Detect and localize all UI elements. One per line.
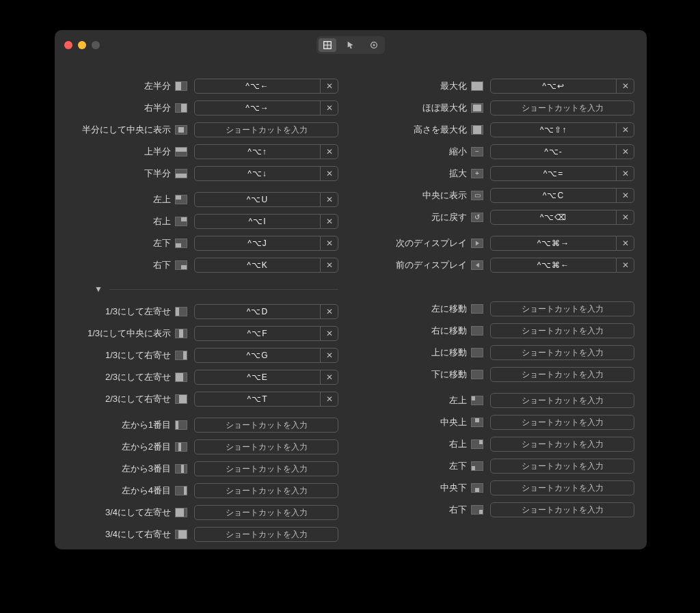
shortcut-recorder[interactable]: ショートカットを入力 <box>490 480 634 495</box>
disclosure-triangle-icon[interactable]: ▼ <box>67 284 103 294</box>
tab-shortcuts[interactable] <box>319 38 336 52</box>
shortcut-recorder[interactable]: ショートカットを入力 <box>490 100 634 115</box>
g-prev-icon <box>471 260 483 270</box>
clear-shortcut-button[interactable]: ✕ <box>320 79 338 93</box>
clear-shortcut-button[interactable]: ✕ <box>320 236 338 250</box>
action-label: 下半分 <box>144 167 171 180</box>
shortcut-recorder[interactable]: ^⌥F✕ <box>194 326 338 341</box>
shortcut-value: ^⌥G <box>195 351 320 360</box>
shortcut-recorder[interactable]: ^⌥E✕ <box>194 370 338 385</box>
clear-shortcut-button[interactable]: ✕ <box>616 167 634 180</box>
row-label-area: 半分にして中央に表示 <box>67 124 187 136</box>
row-label-area: 中央上 <box>363 416 483 428</box>
clear-shortcut-button[interactable]: ✕ <box>320 167 338 180</box>
shortcut-group: 左から1番目ショートカットを入力左から2番目ショートカットを入力左から3番目ショ… <box>67 417 338 543</box>
shortcut-recorder[interactable]: ^⌥J✕ <box>194 236 338 251</box>
shortcut-recorder[interactable]: ショートカットを入力 <box>490 437 634 452</box>
clear-shortcut-button[interactable]: ✕ <box>616 145 634 159</box>
minimize-window-button[interactable] <box>78 41 86 49</box>
clear-shortcut-button[interactable]: ✕ <box>616 123 634 137</box>
shortcut-recorder[interactable]: ショートカットを入力 <box>194 461 338 476</box>
action-label: 高さを最大化 <box>414 124 467 136</box>
shortcut-recorder[interactable]: ショートカットを入力 <box>194 527 338 542</box>
shortcut-recorder[interactable]: ショートカットを入力 <box>194 122 338 137</box>
shortcut-recorder[interactable]: ^⌥G✕ <box>194 348 338 363</box>
shortcut-recorder[interactable]: ショートカットを入力 <box>490 323 634 338</box>
shortcut-value: ^⌥= <box>491 169 616 178</box>
zoom-window-button[interactable] <box>92 41 100 49</box>
shortcut-recorder[interactable]: ^⌥⇧↑✕ <box>490 122 634 137</box>
clear-shortcut-button[interactable]: ✕ <box>320 101 338 115</box>
shortcut-recorder[interactable]: ショートカットを入力 <box>194 439 338 454</box>
clear-shortcut-button[interactable]: ✕ <box>616 189 634 202</box>
shortcut-recorder[interactable]: ショートカットを入力 <box>490 415 634 430</box>
shortcut-recorder[interactable]: ショートカットを入力 <box>490 301 634 316</box>
clear-shortcut-button[interactable]: ✕ <box>320 370 338 384</box>
shortcut-recorder[interactable]: ショートカットを入力 <box>490 393 634 408</box>
clear-shortcut-button[interactable]: ✕ <box>320 349 338 362</box>
clear-shortcut-button[interactable]: ✕ <box>320 193 338 206</box>
row-label-area: 右半分 <box>67 102 187 114</box>
g-br-icon <box>175 260 187 270</box>
row-label-area: 左から4番目 <box>67 485 187 497</box>
row-label-area: ほぼ最大化 <box>363 102 483 114</box>
clear-shortcut-button[interactable]: ✕ <box>320 305 338 318</box>
shortcut-recorder[interactable]: ^⌥D✕ <box>194 304 338 319</box>
clear-shortcut-button[interactable]: ✕ <box>616 236 634 250</box>
shortcut-recorder[interactable]: ショートカットを入力 <box>194 483 338 498</box>
shortcut-recorder[interactable]: ^⌥T✕ <box>194 392 338 407</box>
clear-shortcut-button[interactable]: ✕ <box>320 145 338 159</box>
shortcut-row: 左から1番目ショートカットを入力 <box>67 417 338 433</box>
clear-shortcut-button[interactable]: ✕ <box>616 258 634 272</box>
clear-shortcut-button[interactable]: ✕ <box>320 258 338 272</box>
shortcut-recorder[interactable]: ショートカットを入力 <box>490 367 634 382</box>
row-label-area: 2/3にして右寄せ <box>67 393 187 405</box>
shortcut-field: ^⌥←✕ <box>194 79 338 94</box>
shortcut-recorder[interactable]: ショートカットを入力 <box>490 345 634 360</box>
shortcut-recorder[interactable]: ^⌥↩✕ <box>490 79 634 94</box>
shortcut-recorder[interactable]: ^⌥↓✕ <box>194 166 338 181</box>
shortcut-recorder[interactable]: ^⌥-✕ <box>490 144 634 159</box>
shortcut-recorder[interactable]: ^⌥→✕ <box>194 100 338 115</box>
shortcut-recorder[interactable]: ^⌥U✕ <box>194 192 338 207</box>
shortcut-recorder[interactable]: ショートカットを入力 <box>490 502 634 517</box>
shortcut-row: 左下^⌥J✕ <box>67 235 338 251</box>
tab-snapping[interactable] <box>342 38 360 52</box>
shortcut-recorder[interactable]: ^⌥⌫✕ <box>490 210 634 225</box>
action-label: 左上 <box>153 193 171 206</box>
shortcut-value: ^⌥↑ <box>195 147 320 156</box>
shortcut-placeholder: ショートカットを入力 <box>491 347 634 359</box>
shortcut-recorder[interactable]: ^⌥⌘←✕ <box>490 258 634 273</box>
row-label-area: 1/3にして左寄せ <box>67 305 187 318</box>
clear-shortcut-button[interactable]: ✕ <box>616 210 634 224</box>
action-label: 右上 <box>449 438 467 450</box>
shortcut-recorder[interactable]: ^⌥C✕ <box>490 188 634 203</box>
action-label: 1/3にして右寄せ <box>105 349 171 362</box>
shortcut-field: ショートカットを入力 <box>194 461 338 476</box>
close-window-button[interactable] <box>64 41 72 49</box>
shortcut-recorder[interactable]: ^⌥↑✕ <box>194 144 338 159</box>
clear-shortcut-button[interactable]: ✕ <box>320 215 338 228</box>
shortcut-row: 拡大+^⌥=✕ <box>363 165 634 182</box>
shortcut-recorder[interactable]: ショートカットを入力 <box>194 505 338 520</box>
shortcut-recorder[interactable]: ^⌥K✕ <box>194 258 338 273</box>
shortcut-field: ^⌥⇧↑✕ <box>490 122 634 137</box>
shortcut-field: ショートカットを入力 <box>490 437 634 452</box>
row-label-area: 中央に表示▭ <box>363 189 483 202</box>
shortcut-recorder[interactable]: ^⌥⌘→✕ <box>490 236 634 251</box>
clear-shortcut-button[interactable]: ✕ <box>320 327 338 340</box>
shortcut-recorder[interactable]: ショートカットを入力 <box>194 418 338 433</box>
clear-shortcut-button[interactable]: ✕ <box>320 392 338 406</box>
shortcut-recorder[interactable]: ^⌥←✕ <box>194 79 338 94</box>
shortcut-recorder[interactable]: ショートカットを入力 <box>490 459 634 474</box>
shortcut-row: 下に移動ショートカットを入力 <box>363 366 634 383</box>
clear-shortcut-button[interactable]: ✕ <box>616 79 634 93</box>
shortcut-recorder[interactable]: ^⌥I✕ <box>194 214 338 229</box>
row-label-area: 元に戻す↺ <box>363 211 483 223</box>
shortcut-recorder[interactable]: ^⌥=✕ <box>490 166 634 181</box>
shortcut-field: ^⌥G✕ <box>194 348 338 363</box>
shortcut-field: ^⌥U✕ <box>194 192 338 207</box>
shortcut-field: ^⌥↓✕ <box>194 166 338 181</box>
tab-settings[interactable] <box>365 38 383 52</box>
shortcut-field: ^⌥E✕ <box>194 370 338 385</box>
